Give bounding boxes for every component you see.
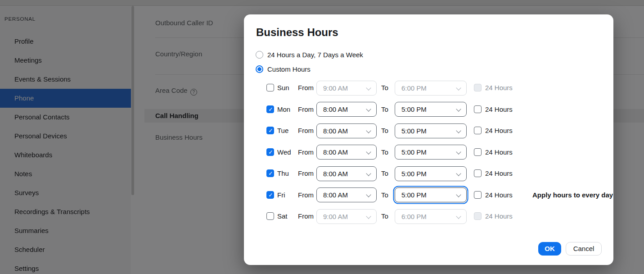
chevron-down-icon xyxy=(366,171,371,176)
sidebar-item-scheduler[interactable]: Scheduler xyxy=(0,240,131,259)
sidebar-item-personal-devices[interactable]: Personal Devices xyxy=(0,127,131,146)
tue-24-hours-checkbox[interactable] xyxy=(474,127,482,134)
call-handling-label: Call Handling xyxy=(155,109,198,123)
thu-24-hours-checkbox[interactable] xyxy=(474,169,482,177)
sun-day-checkbox[interactable] xyxy=(266,84,274,91)
to-label: To xyxy=(381,187,388,203)
app-root: PERSONAL ProfileMeetingsEvents & Session… xyxy=(0,0,644,274)
fri-day-checkbox[interactable]: ✓ xyxy=(266,191,274,199)
sat-from-time-select: 9:00 AM xyxy=(316,209,377,224)
from-label: From xyxy=(298,209,314,224)
thu-24-hours-label: 24 Hours xyxy=(485,166,513,181)
from-label: From xyxy=(298,102,314,117)
setting-row-country-region: Country/Region xyxy=(155,50,202,58)
check-icon: ✓ xyxy=(268,105,274,113)
mon-day-label: Mon xyxy=(277,102,290,117)
to-label: To xyxy=(381,123,388,138)
radio-label-24-7[interactable]: 24 Hours a Day, 7 Days a Week xyxy=(267,51,363,59)
chevron-down-icon xyxy=(366,214,371,219)
sat-24-hours-label: 24 Hours xyxy=(485,209,513,224)
wed-24-hours-checkbox[interactable] xyxy=(474,148,482,156)
dialog-title: Business Hours xyxy=(256,26,338,39)
wed-to-time-select[interactable]: 5:00 PM xyxy=(395,145,467,160)
chevron-down-icon xyxy=(366,85,371,90)
day-row-thu: ✓ThuFrom8:00 AMTo5:00 PM24 Hours xyxy=(244,166,613,181)
sun-from-time-select: 9:00 AM xyxy=(316,81,377,96)
tue-from-time-select[interactable]: 8:00 AM xyxy=(316,123,377,138)
sidebar-item-profile[interactable]: Profile xyxy=(0,32,131,51)
sidebar-item-whiteboards[interactable]: Whiteboards xyxy=(0,146,131,164)
to-label: To xyxy=(381,166,388,181)
sidebar-item-meetings[interactable]: Meetings xyxy=(0,51,131,70)
fri-from-time-select[interactable]: 8:00 AM xyxy=(316,187,377,202)
sat-day-checkbox[interactable] xyxy=(266,212,274,220)
from-label: From xyxy=(298,80,314,96)
sidebar-item-personal-contacts[interactable]: Personal Contacts xyxy=(0,108,131,127)
from-label: From xyxy=(298,166,314,181)
tue-day-checkbox[interactable]: ✓ xyxy=(266,127,274,134)
mon-day-checkbox[interactable]: ✓ xyxy=(266,105,274,113)
to-label: To xyxy=(381,145,388,160)
sat-day-label: Sat xyxy=(277,209,288,224)
day-row-sun: SunFrom9:00 AMTo6:00 PM24 Hours xyxy=(244,80,613,96)
thu-from-time-select[interactable]: 8:00 AM xyxy=(316,166,377,181)
thu-day-label: Thu xyxy=(277,166,289,181)
sidebar-item-phone[interactable]: Phone xyxy=(0,89,131,108)
sidebar-item-events-sessions[interactable]: Events & Sessions xyxy=(0,70,131,89)
radio-button-custom-hours[interactable] xyxy=(256,65,263,73)
apply-hours-to-every-day-link[interactable]: Apply hours to every day xyxy=(532,187,613,203)
sun-24-hours-label: 24 Hours xyxy=(485,80,513,96)
check-icon: ✓ xyxy=(268,169,274,177)
day-row-sat: SatFrom9:00 AMTo6:00 PM24 Hours xyxy=(244,209,613,224)
business-hours-dialog: Business Hours 24 Hours a Day, 7 Days a … xyxy=(244,14,613,265)
fri-24-hours-checkbox[interactable] xyxy=(474,191,482,199)
mon-24-hours-label: 24 Hours xyxy=(485,102,513,117)
chevron-down-icon xyxy=(366,128,371,133)
mon-from-time-select[interactable]: 8:00 AM xyxy=(316,102,377,117)
chevron-down-icon xyxy=(456,128,461,133)
day-row-wed: ✓WedFrom8:00 AMTo5:00 PM24 Hours xyxy=(244,145,613,160)
wed-day-label: Wed xyxy=(277,145,291,160)
help-icon: ? xyxy=(190,89,197,96)
radio-option-custom-hours[interactable]: Custom Hours xyxy=(256,65,311,73)
chevron-down-icon xyxy=(456,149,461,154)
day-row-fri: ✓FriFrom8:00 AMTo5:00 PM24 HoursApply ho… xyxy=(244,187,613,203)
sidebar-item-settings[interactable]: Settings xyxy=(0,259,131,274)
thu-to-time-select[interactable]: 5:00 PM xyxy=(395,166,467,181)
to-label: To xyxy=(381,80,388,96)
ok-button[interactable]: OK xyxy=(538,242,561,256)
sidebar-item-surveys[interactable]: Surveys xyxy=(0,183,131,202)
tue-day-label: Tue xyxy=(277,123,288,138)
sidebar-section-label: PERSONAL xyxy=(5,16,36,22)
sidebar-scrollbar-thumb[interactable] xyxy=(131,6,134,195)
radio-option-24-7[interactable]: 24 Hours a Day, 7 Days a Week xyxy=(256,50,363,59)
cancel-button[interactable]: Cancel xyxy=(566,242,602,256)
radio-label-custom-hours[interactable]: Custom Hours xyxy=(267,65,311,73)
chevron-down-icon xyxy=(456,85,461,90)
wed-from-time-select[interactable]: 8:00 AM xyxy=(316,145,377,160)
fri-to-time-select[interactable]: 5:00 PM xyxy=(395,187,467,202)
chevron-down-icon xyxy=(456,171,461,176)
setting-row-business-hours: Business Hours xyxy=(155,133,203,141)
wed-24-hours-label: 24 Hours xyxy=(485,145,513,160)
radio-button-24-7[interactable] xyxy=(256,51,263,59)
wed-day-checkbox[interactable]: ✓ xyxy=(266,148,274,156)
thu-day-checkbox[interactable]: ✓ xyxy=(266,169,274,177)
chevron-down-icon xyxy=(456,106,461,111)
from-label: From xyxy=(298,123,314,138)
chevron-down-icon xyxy=(456,214,461,219)
sidebar-item-summaries[interactable]: Summaries xyxy=(0,221,131,240)
sun-24-hours-checkbox xyxy=(474,84,482,91)
setting-row-outbound-caller-id: Outbound Caller ID xyxy=(155,19,213,27)
to-label: To xyxy=(381,102,388,117)
sidebar-item-recordings-transcripts[interactable]: Recordings & Transcripts xyxy=(0,202,131,221)
mon-to-time-select[interactable]: 5:00 PM xyxy=(395,102,467,117)
fri-day-label: Fri xyxy=(277,187,285,203)
tue-24-hours-label: 24 Hours xyxy=(485,123,513,138)
area-code-label: Area Code xyxy=(155,87,188,94)
chevron-down-icon xyxy=(366,192,371,197)
check-icon: ✓ xyxy=(268,127,274,134)
mon-24-hours-checkbox[interactable] xyxy=(474,105,482,113)
tue-to-time-select[interactable]: 5:00 PM xyxy=(395,123,467,138)
sidebar-item-notes[interactable]: Notes xyxy=(0,164,131,183)
